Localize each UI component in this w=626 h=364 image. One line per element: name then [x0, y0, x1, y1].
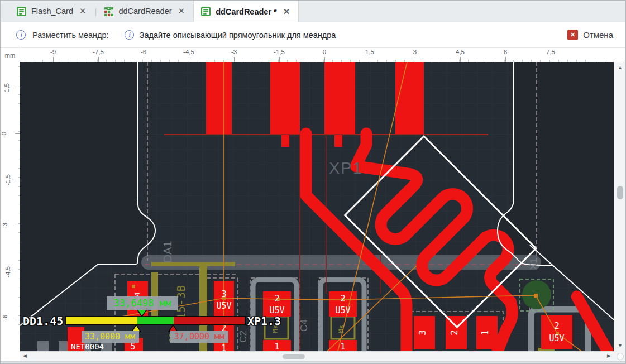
measure-bar-red — [174, 317, 245, 324]
document-tab-bar: Flash_Card ✕ | ddCardReader ✕ ddCardRead… — [1, 1, 625, 22]
ruler-major-tick — [279, 57, 280, 62]
schematic-document-icon — [104, 7, 113, 16]
corner-ring-icon — [617, 353, 624, 360]
pad-net: U5V — [216, 301, 231, 311]
pad-pin-rotated: 2 — [449, 330, 460, 336]
refdes-xp1: XP1 — [329, 159, 363, 177]
horizontal-scrollbar[interactable]: ◀ ▶ — [20, 351, 614, 361]
info-icon: i — [125, 30, 134, 40]
ruler-major-tick — [15, 272, 20, 272]
pad-pin: 2 — [554, 320, 560, 331]
vertical-scroll-thumb[interactable] — [617, 186, 623, 199]
ruler-tick-label: 1,5 — [3, 83, 10, 92]
ruler-tick-label: -3 — [231, 49, 237, 55]
ruler-tick-label: -1,5 — [274, 49, 285, 55]
pcb-drawing[interactable]: XP1 DA1 X1 C4 C2 15-3B 08 Мк Мк 3 U5V 2 … — [20, 62, 614, 351]
measure-max-value: 37,0000 мм — [174, 332, 224, 342]
pad-pin: 5 — [130, 342, 135, 351]
ruler-tick-label: 4,5 — [456, 49, 465, 55]
pcb-document-icon — [201, 7, 211, 16]
refdes-x1: X1 — [528, 258, 539, 270]
command-hint-text: Задайте описывающий прямоугольник для ме… — [140, 31, 336, 40]
ruler-major-tick — [234, 57, 235, 62]
close-icon[interactable]: ✕ — [282, 7, 292, 17]
vertical-scrollbar[interactable]: ▲ ▼ — [614, 62, 626, 351]
ruler-major-tick — [144, 57, 144, 62]
ruler-major-tick — [15, 318, 20, 318]
cancel-button[interactable]: ✕ Отмена — [567, 30, 613, 40]
ruler-tick-label: -3 — [2, 223, 8, 228]
ruler-tick-label: 0 — [323, 49, 326, 55]
pad-net: U5V — [335, 305, 350, 315]
tab-flash-card[interactable]: Flash_Card ✕ — [9, 1, 95, 22]
scroll-up-icon[interactable]: ▲ — [614, 65, 626, 70]
ruler-major-tick — [15, 133, 20, 134]
active-command-label: Разместить меандр: — [32, 31, 109, 40]
pad-pin: 1 — [274, 342, 279, 351]
pad-net: U5V — [549, 333, 564, 343]
pcb-document-icon — [17, 7, 26, 16]
vertical-ruler: 1,50-1,5-3-4,5-6 — [1, 62, 20, 351]
refdes-da1: DA1 — [161, 241, 174, 263]
ruler-major-tick — [15, 226, 20, 226]
refdes-c4: C4 — [299, 319, 309, 332]
ruler-major-tick — [415, 57, 415, 62]
refdes-c2: C2 — [238, 331, 249, 343]
ruler-tick-label: -6 — [141, 49, 146, 55]
ruler-major-tick — [15, 180, 20, 180]
ruler-major-tick — [98, 57, 99, 62]
ruler-major-tick — [370, 57, 370, 62]
ruler-major-tick — [15, 88, 20, 88]
ruler-major-tick — [189, 57, 189, 62]
horizontal-scroll-thumb[interactable] — [283, 354, 305, 359]
tab-ddcardreader-pcb-active[interactable]: ddCardReader * ✕ — [193, 1, 299, 22]
scrollbar-corner — [614, 351, 626, 361]
cap2-value: Мк — [337, 324, 345, 333]
ruler-tick-label: -6 — [2, 315, 8, 320]
tab-ddcardreader-schematic[interactable]: ddCardReader ✕ — [97, 1, 193, 22]
tab-label: Flash_Card — [31, 7, 73, 16]
command-info-bar: i Разместить меандр: i Задайте описывающ… — [1, 22, 625, 48]
close-icon[interactable]: ✕ — [177, 6, 187, 16]
pcb-editor-canvas[interactable]: XP1 DA1 X1 C4 C2 15-3B 08 Мк Мк 3 U5V 2 … — [20, 62, 614, 351]
pad-pin-rotated: 1 — [480, 330, 490, 336]
ruler-tick-label: -4,5 — [183, 49, 194, 55]
net-label: NET0004 — [71, 342, 104, 351]
measure-current-value: 33,6498 мм — [114, 298, 171, 309]
ruler-tick-label: -1,5 — [4, 174, 11, 185]
ruler-major-tick — [505, 57, 506, 62]
ruler-major-tick — [460, 57, 461, 62]
pad-pin: 1 — [221, 343, 226, 351]
cancel-x-icon: ✕ — [567, 30, 578, 40]
ruler-major-tick — [53, 57, 54, 62]
ruler-tick-label: 3 — [413, 49, 417, 55]
ruler-tick-label: 1,5 — [365, 49, 374, 55]
tab-label: ddCardReader * — [216, 7, 277, 16]
pad-pin: 1 — [340, 342, 345, 351]
measure-from-pin: DD1.45 — [23, 314, 63, 328]
ruler-tick-label: -4,5 — [4, 266, 11, 277]
ruler-tick-label: -9 — [50, 49, 56, 55]
app-window: Flash_Card ✕ | ddCardReader ✕ ddCardRead… — [0, 0, 626, 364]
measure-min-value: 33,0000 мм — [85, 332, 135, 342]
measure-bar-yellow — [66, 317, 137, 324]
ruler-unit-label: mm — [1, 48, 20, 62]
pad-pin-rotated: 3 — [417, 330, 428, 336]
scroll-left-icon[interactable]: ◀ — [23, 353, 27, 358]
ruler-tick-label: 6 — [504, 49, 507, 55]
pad-pin: 3 — [221, 289, 227, 299]
scroll-right-icon[interactable]: ▶ — [607, 353, 611, 358]
measure-to-pin: XP1.3 — [247, 314, 281, 328]
info-icon: i — [16, 30, 26, 40]
ruler-major-tick — [324, 57, 325, 62]
ruler-tick-label: 0 — [1, 132, 7, 135]
cancel-button-label: Отмена — [583, 30, 613, 40]
tab-label: ddCardReader — [118, 7, 171, 16]
horizontal-ruler: -9-7,5-6-4,5-3-1,501,534,567,5 — [20, 48, 626, 62]
ruler-tick-label: 7,5 — [546, 49, 555, 55]
ruler-major-tick — [551, 57, 551, 62]
close-icon[interactable]: ✕ — [78, 6, 88, 16]
pad-pin: 2 — [274, 293, 280, 304]
measure-bar-green — [137, 317, 174, 324]
scroll-down-icon[interactable]: ▼ — [614, 343, 626, 348]
